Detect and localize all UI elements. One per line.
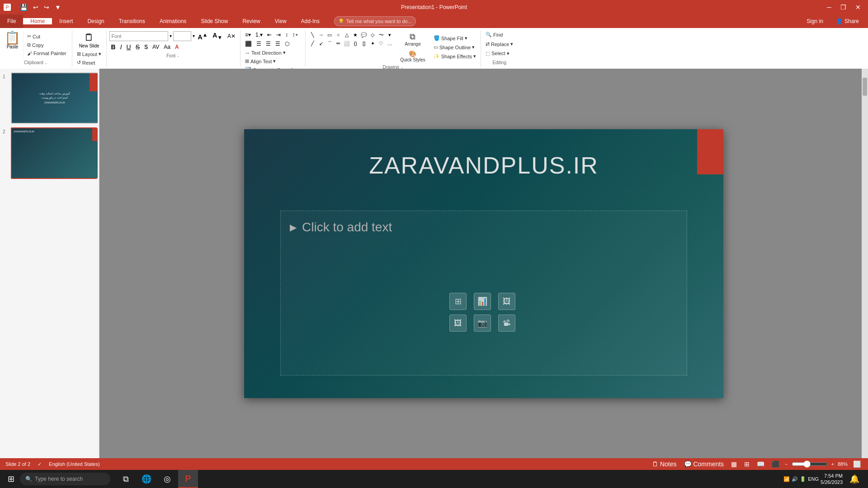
replace-button[interactable]: ⇄ Replace▾ (484, 40, 515, 48)
format-painter-button[interactable]: 🖌 Format Painter (25, 50, 68, 57)
copy-button[interactable]: ⧉ Copy (25, 41, 68, 49)
shape-freeform[interactable]: ✏ (334, 39, 342, 47)
shape-textbox[interactable]: ⬜ (343, 39, 351, 47)
insert-picture-button[interactable]: 🖼 (449, 314, 467, 332)
shape-star[interactable]: ★ (351, 31, 359, 39)
find-button[interactable]: 🔍 Find (484, 31, 515, 38)
text-direction-button[interactable]: ↔ Text Direction▾ (243, 49, 288, 56)
char-spacing-button[interactable]: AV (151, 43, 161, 51)
slide-thumb-2[interactable]: ZARAVANDPLUS.IR (11, 127, 97, 179)
shape-oval[interactable]: ○ (334, 31, 342, 39)
bold-button[interactable]: B (109, 42, 118, 52)
shape-line2[interactable]: ╱ (308, 39, 316, 47)
cut-button[interactable]: ✂ Cut (25, 33, 68, 40)
slide-sorter-button[interactable]: ⊞ (742, 460, 751, 469)
font-expand-icon[interactable]: ⌄ (176, 53, 180, 58)
strikethrough-button[interactable]: S (134, 42, 142, 52)
reset-button[interactable]: ↺ Reset (75, 59, 104, 66)
shape-flow[interactable]: ◇ (368, 31, 377, 39)
shape-bend[interactable]: ↙ (317, 39, 325, 47)
align-left-button[interactable]: ⬛ (243, 40, 254, 48)
shape-rect[interactable]: ▭ (326, 31, 334, 39)
fit-slide-button[interactable]: ⬜ (851, 460, 863, 469)
zoom-slider[interactable] (792, 460, 828, 468)
search-box[interactable]: 🔍 Type here to search (20, 473, 110, 485)
reading-view-button[interactable]: 📖 (755, 460, 766, 469)
tell-me-bar[interactable]: 💡 Tell me what you want to do... (334, 16, 416, 26)
customize-qat-button[interactable]: ▼ (53, 3, 63, 12)
shape-curve[interactable]: 〜 (377, 31, 385, 39)
clear-format-button[interactable]: A✕ (226, 32, 237, 40)
shape-custom[interactable]: ✦ (368, 39, 377, 47)
line-spacing-button[interactable]: ↕ (283, 31, 290, 39)
tab-insert[interactable]: Insert (52, 18, 80, 24)
start-button[interactable]: ⊞ (4, 472, 18, 486)
slide-canvas[interactable]: ZARAVANDPLUS.IR ▶ Click to add text ⊞ 📊 … (244, 129, 723, 398)
font-color-button[interactable]: A (173, 43, 181, 51)
redo-qat-button[interactable]: ↪ (42, 3, 51, 12)
notes-button[interactable]: 🗒 Notes (650, 460, 678, 469)
slide-thumb-1[interactable]: آموزش ساخت اسلاید وقت استراحت در پاورپوی… (11, 72, 97, 124)
shape-outline-button[interactable]: ▭ Shape Outline▾ (432, 43, 478, 51)
insert-chart-button[interactable]: 📊 (474, 293, 491, 310)
edge-button[interactable]: 🌐 (137, 470, 156, 488)
clipboard-expand-icon[interactable]: ⌄ (44, 61, 48, 65)
shadow-button[interactable]: S (142, 43, 150, 51)
shape-eq[interactable]: {} (351, 39, 359, 47)
tab-home[interactable]: Home (23, 18, 52, 24)
save-qat-button[interactable]: 💾 (18, 3, 29, 12)
font-size-input[interactable]: 42 (173, 31, 191, 41)
align-center-button[interactable]: ☰ (255, 40, 263, 48)
shape-heart[interactable]: ♡ (377, 39, 385, 47)
scroll-bar-v[interactable] (862, 69, 868, 458)
align-text-button[interactable]: ⊞ Align Text▾ (243, 57, 278, 65)
tab-view[interactable]: View (268, 18, 294, 24)
chrome-button[interactable]: ◎ (157, 470, 177, 488)
insert-smartart-button[interactable]: 🖼 (498, 293, 515, 310)
shape-curve2[interactable]: ⌒ (326, 39, 334, 47)
font-dropdown-icon[interactable]: ▾ (170, 33, 172, 38)
shape-more2[interactable]: … (386, 39, 394, 47)
shape-effects-button[interactable]: ✨ Shape Effects▾ (432, 52, 478, 60)
change-case-button[interactable]: Aa (162, 43, 172, 51)
columns-button[interactable]: ⫶▾ (291, 31, 300, 39)
close-button[interactable]: ✕ (852, 2, 864, 13)
undo-qat-button[interactable]: ↩ (31, 3, 40, 12)
layout-button[interactable]: ⊞ Layout▾ (75, 50, 104, 58)
insert-video-button[interactable]: 📽 (498, 314, 515, 332)
paste-button[interactable]: 📋 Paste (2, 31, 24, 59)
underline-button[interactable]: U (125, 42, 133, 52)
comments-button[interactable]: 💬 Comments (682, 460, 726, 469)
slide-content-box[interactable]: ▶ Click to add text ⊞ 📊 🖼 🖼 📷 📽 (280, 211, 687, 375)
sign-in-button[interactable]: Sign in (803, 16, 827, 26)
presenter-view-button[interactable]: ⬛ (770, 460, 781, 469)
bullets-button[interactable]: ≡▾ (243, 31, 253, 39)
tab-slideshow[interactable]: Slide Show (193, 18, 235, 24)
tab-design[interactable]: Design (80, 18, 111, 24)
powerpoint-button[interactable]: P (178, 470, 198, 488)
tab-addins[interactable]: Add-Ins (294, 18, 327, 24)
shape-arrow[interactable]: → (317, 31, 325, 39)
select-button[interactable]: ⬚ Select ▾ (484, 50, 515, 57)
normal-view-button[interactable]: ▦ (729, 460, 739, 469)
slide-title[interactable]: ZARAVANDPLUS.IR (244, 152, 723, 179)
notification-button[interactable]: 🔔 (844, 470, 864, 488)
task-view-button[interactable]: ⧉ (116, 470, 136, 488)
shape-line[interactable]: ╲ (308, 31, 316, 39)
shape-callout[interactable]: 💬 (360, 31, 368, 39)
tab-animations[interactable]: Animations (152, 18, 193, 24)
maximize-button[interactable]: ❐ (837, 2, 850, 13)
italic-button[interactable]: I (118, 42, 124, 52)
align-right-button[interactable]: ☰ (264, 40, 273, 48)
shape-brace[interactable]: [] (360, 39, 368, 47)
arrange-button[interactable]: ⧉ Arrange (397, 31, 428, 48)
tab-file[interactable]: File (0, 14, 23, 28)
minimize-button[interactable]: ─ (823, 2, 835, 13)
tab-transitions[interactable]: Transitions (112, 18, 152, 24)
tab-review[interactable]: Review (235, 18, 267, 24)
shape-more[interactable]: ▾ (386, 31, 394, 39)
font-name-input[interactable] (109, 31, 168, 41)
new-slide-button[interactable]: 🗒 New Slide (75, 31, 104, 49)
insert-table-button[interactable]: ⊞ (449, 293, 467, 310)
justify-button[interactable]: ☰ (274, 40, 282, 48)
